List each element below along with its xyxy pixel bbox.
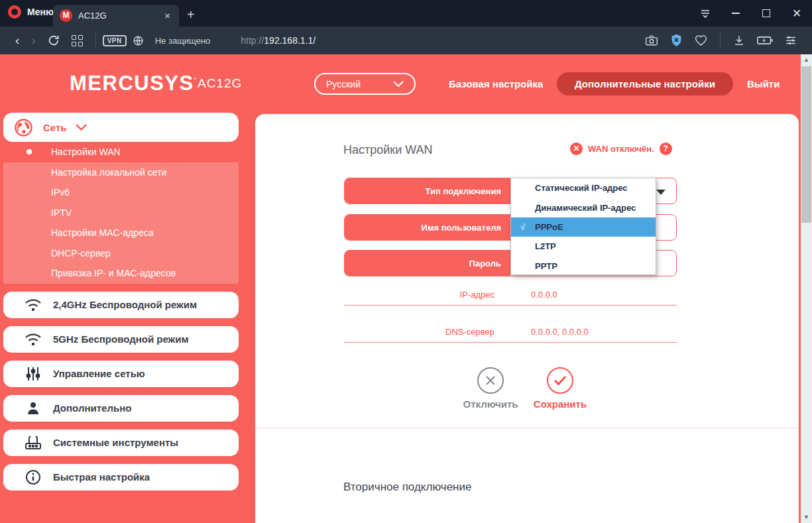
- connection-type-label: Тип подключения: [345, 178, 510, 203]
- dropdown-option-dynamic-ip[interactable]: Динамический IP-адрес: [511, 198, 656, 217]
- wifi-icon: [25, 298, 42, 312]
- site-globe-icon[interactable]: [133, 35, 144, 46]
- check-icon: √: [520, 222, 525, 232]
- ip-address-label: IP-адрес: [344, 290, 494, 300]
- sidebar-item-wireless-24[interactable]: 2,4GHz Беспроводной режим: [3, 292, 239, 318]
- window-maximize-button[interactable]: [751, 0, 782, 27]
- scrollbar-thumb[interactable]: [801, 66, 811, 223]
- sidebar-item-wireless-5[interactable]: 5GHz Беспроводной режим: [3, 326, 239, 353]
- browser-tab[interactable]: M AC12G ×: [53, 5, 179, 27]
- status-x-icon: ✕: [570, 143, 583, 155]
- ip-address-value: 0.0.0.0: [531, 290, 557, 300]
- disconnect-button[interactable]: Отключить: [457, 367, 524, 410]
- tab-title: AC12G: [78, 11, 162, 21]
- browser-tabstrip: Меню M AC12G × + ✕: [0, 0, 812, 27]
- url-host: 192.168.1.1/: [264, 35, 316, 46]
- security-status[interactable]: Не защищено: [155, 36, 211, 46]
- check-circle-icon: [553, 375, 567, 386]
- language-value: Русский: [326, 79, 361, 89]
- dropdown-option-pptp[interactable]: PPTP: [511, 257, 656, 276]
- reload-icon[interactable]: [48, 34, 60, 46]
- adblock-shield-icon[interactable]: [670, 34, 683, 47]
- page-title: Настройки WAN: [343, 143, 433, 157]
- password-label: Пароль: [345, 251, 510, 276]
- forward-icon[interactable]: ›: [25, 33, 41, 48]
- page-scrollbar[interactable]: ▲ ▼: [801, 54, 812, 523]
- router-page: MERCUSYS’ AC12G Русский Базовая настройк…: [0, 54, 801, 523]
- ip-address-row: IP-адрес 0.0.0.0: [344, 284, 677, 306]
- submenu-item-mac-settings[interactable]: Настройки MAC-адреса: [3, 223, 239, 243]
- submenu-item-dhcp-server[interactable]: DHCP-сервер: [3, 243, 239, 264]
- x-circle-icon: [485, 375, 496, 386]
- submenu-item-lan-settings[interactable]: Настройка локальной сети: [3, 162, 239, 183]
- submenu-item-ip-mac-binding[interactable]: Привязка IP- и MAC-адресов: [3, 263, 239, 284]
- new-tab-button[interactable]: +: [187, 7, 195, 23]
- tab-search-icon[interactable]: [690, 0, 721, 27]
- username-label: Имя пользователя: [345, 215, 510, 240]
- info-icon: [25, 469, 42, 485]
- dropdown-option-static-ip[interactable]: Статический IP-адрес: [511, 178, 656, 198]
- nav-logout[interactable]: Выйти: [747, 78, 780, 89]
- submenu-item-iptv[interactable]: IPTV: [3, 203, 239, 223]
- wifi-icon: [25, 333, 42, 346]
- vpn-badge[interactable]: VPN: [103, 35, 127, 46]
- speed-dial-icon[interactable]: [72, 35, 83, 46]
- toolbar-separator: [720, 33, 721, 48]
- sidebar-item-network[interactable]: Сеть: [3, 113, 239, 142]
- network-submenu: Настройки WAN Настройка локальной сети I…: [3, 142, 239, 284]
- browser-toolbar: ‹ › VPN Не защищено http://192.168.1.1/: [0, 27, 812, 54]
- scroll-down-icon[interactable]: ▼: [801, 512, 812, 523]
- model-name: AC12G: [198, 76, 242, 91]
- snapshot-camera-icon[interactable]: [645, 34, 658, 46]
- secondary-connection-title: Вторичное подключение: [343, 481, 471, 494]
- language-select[interactable]: Русский: [314, 73, 416, 95]
- easy-setup-tune-icon[interactable]: [785, 34, 797, 46]
- bookmark-heart-icon[interactable]: [695, 34, 707, 46]
- nav-basic-settings[interactable]: Базовая настройка: [449, 78, 543, 89]
- sidebar-item-system-tools[interactable]: Системные инструменты: [3, 430, 239, 456]
- opera-logo-icon: [8, 5, 21, 19]
- nav-advanced-settings[interactable]: Дополнительные настройки: [557, 72, 733, 95]
- dns-server-value: 0.0.0.0, 0.0.0.0: [531, 327, 589, 337]
- dropdown-option-pppoe[interactable]: √ PPPoE: [511, 217, 656, 237]
- battery-saver-icon[interactable]: [757, 35, 773, 46]
- window-minimize-button[interactable]: [721, 0, 751, 27]
- save-button[interactable]: Сохранить: [527, 367, 593, 410]
- chevron-down-icon: [393, 81, 404, 87]
- main-panel: Настройки WAN ✕ WAN отключён. ? Тип подк…: [255, 114, 799, 523]
- tab-favicon: M: [60, 9, 72, 22]
- section-divider: [255, 428, 799, 428]
- brand-logo: MERCUSYS’: [70, 72, 197, 95]
- browser-menu-label: Меню: [27, 7, 54, 17]
- tab-close-icon[interactable]: ×: [162, 10, 172, 21]
- window-close-button[interactable]: ✕: [782, 0, 812, 27]
- url-scheme: http://: [241, 35, 264, 46]
- sidebar-item-network-management[interactable]: Управление сетью: [3, 361, 239, 387]
- sidebar-item-quick-setup[interactable]: Быстрая настройка: [3, 464, 239, 491]
- connection-type-dropdown: Статический IP-адрес Динамический IP-адр…: [510, 178, 656, 275]
- sliders-icon: [25, 367, 42, 381]
- wan-status: ✕ WAN отключён. ?: [570, 143, 672, 155]
- sidebar: Сеть Настройки WAN Настройка локальной с…: [3, 113, 239, 491]
- help-icon[interactable]: ?: [660, 143, 672, 155]
- sidebar-item-additional[interactable]: Дополнительно: [3, 395, 239, 422]
- submenu-item-wan-settings[interactable]: Настройки WAN: [3, 142, 239, 162]
- submenu-item-ipv6[interactable]: IPv6: [3, 182, 239, 203]
- router-icon: [25, 436, 42, 450]
- chevron-down-icon: [76, 124, 87, 131]
- dropdown-option-l2tp[interactable]: L2TP: [511, 237, 656, 256]
- globe-icon: [15, 119, 32, 137]
- toolbar-separator: [95, 33, 96, 48]
- back-icon[interactable]: ‹: [9, 33, 25, 48]
- dns-server-label: DNS-сервер: [344, 327, 494, 337]
- browser-menu-button[interactable]: Меню: [8, 5, 54, 19]
- sidebar-network-label: Сеть: [43, 122, 67, 133]
- address-bar[interactable]: http://192.168.1.1/: [241, 35, 316, 46]
- dns-server-row: DNS-сервер 0.0.0.0, 0.0.0.0: [344, 321, 677, 343]
- active-bullet: [27, 149, 32, 154]
- dropdown-arrow-icon[interactable]: [656, 190, 666, 195]
- scroll-up-icon[interactable]: ▲: [801, 54, 812, 66]
- downloads-icon[interactable]: [733, 34, 745, 46]
- person-icon: [25, 401, 42, 416]
- status-text: WAN отключён.: [588, 144, 654, 154]
